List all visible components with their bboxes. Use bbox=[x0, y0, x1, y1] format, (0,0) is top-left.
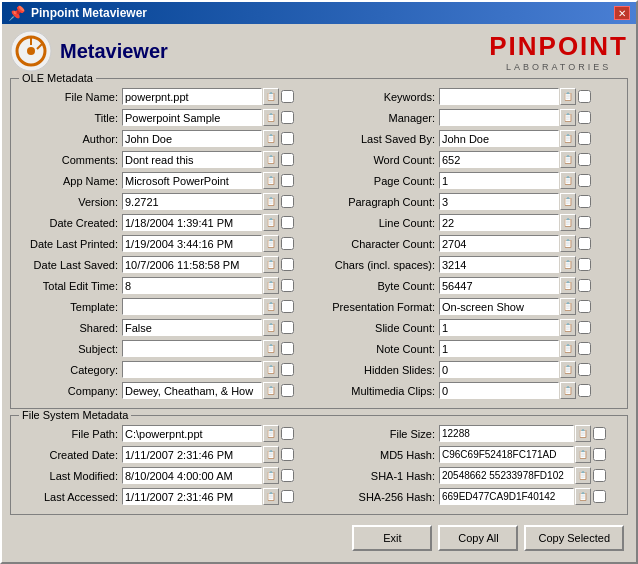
field-copy-icon[interactable]: 📋 bbox=[575, 488, 591, 505]
field-input[interactable] bbox=[439, 340, 559, 357]
field-checkbox[interactable] bbox=[281, 132, 294, 145]
field-copy-icon[interactable]: 📋 bbox=[263, 214, 279, 231]
field-copy-icon[interactable]: 📋 bbox=[560, 235, 576, 252]
field-copy-icon[interactable]: 📋 bbox=[560, 193, 576, 210]
field-input[interactable] bbox=[122, 88, 262, 105]
field-copy-icon[interactable]: 📋 bbox=[263, 340, 279, 357]
field-input[interactable] bbox=[122, 256, 262, 273]
field-input[interactable] bbox=[122, 151, 262, 168]
field-checkbox[interactable] bbox=[578, 300, 591, 313]
field-checkbox[interactable] bbox=[281, 448, 294, 461]
field-checkbox[interactable] bbox=[578, 321, 591, 334]
field-checkbox[interactable] bbox=[281, 258, 294, 271]
field-copy-icon[interactable]: 📋 bbox=[263, 488, 279, 505]
field-input[interactable] bbox=[439, 467, 574, 484]
field-copy-icon[interactable]: 📋 bbox=[560, 256, 576, 273]
field-checkbox[interactable] bbox=[281, 216, 294, 229]
field-checkbox[interactable] bbox=[281, 363, 294, 376]
field-checkbox[interactable] bbox=[578, 216, 591, 229]
field-input[interactable] bbox=[122, 361, 262, 378]
field-checkbox[interactable] bbox=[281, 342, 294, 355]
field-input[interactable] bbox=[439, 193, 559, 210]
field-input[interactable] bbox=[439, 214, 559, 231]
field-input[interactable] bbox=[439, 488, 574, 505]
field-checkbox[interactable] bbox=[578, 384, 591, 397]
field-input[interactable] bbox=[439, 298, 559, 315]
field-copy-icon[interactable]: 📋 bbox=[263, 298, 279, 315]
field-input[interactable] bbox=[122, 425, 262, 442]
field-checkbox[interactable] bbox=[281, 111, 294, 124]
field-copy-icon[interactable]: 📋 bbox=[263, 130, 279, 147]
field-checkbox[interactable] bbox=[281, 427, 294, 440]
field-input[interactable] bbox=[122, 382, 262, 399]
field-checkbox[interactable] bbox=[578, 195, 591, 208]
field-input[interactable] bbox=[122, 109, 262, 126]
field-checkbox[interactable] bbox=[578, 258, 591, 271]
field-checkbox[interactable] bbox=[281, 469, 294, 482]
field-checkbox[interactable] bbox=[281, 490, 294, 503]
field-checkbox[interactable] bbox=[578, 363, 591, 376]
field-input[interactable] bbox=[439, 109, 559, 126]
field-input[interactable] bbox=[439, 151, 559, 168]
field-checkbox[interactable] bbox=[281, 153, 294, 166]
field-checkbox[interactable] bbox=[593, 427, 606, 440]
field-checkbox[interactable] bbox=[281, 174, 294, 187]
field-copy-icon[interactable]: 📋 bbox=[560, 109, 576, 126]
exit-button[interactable]: Exit bbox=[352, 525, 432, 551]
field-checkbox[interactable] bbox=[281, 90, 294, 103]
field-checkbox[interactable] bbox=[281, 237, 294, 250]
field-checkbox[interactable] bbox=[578, 132, 591, 145]
field-input[interactable] bbox=[439, 88, 559, 105]
copy-all-button[interactable]: Copy All bbox=[438, 525, 518, 551]
field-input[interactable] bbox=[122, 446, 262, 463]
field-input[interactable] bbox=[439, 319, 559, 336]
field-copy-icon[interactable]: 📋 bbox=[575, 467, 591, 484]
field-copy-icon[interactable]: 📋 bbox=[263, 193, 279, 210]
field-input[interactable] bbox=[439, 235, 559, 252]
field-copy-icon[interactable]: 📋 bbox=[560, 151, 576, 168]
field-input[interactable] bbox=[122, 172, 262, 189]
field-copy-icon[interactable]: 📋 bbox=[575, 446, 591, 463]
field-copy-icon[interactable]: 📋 bbox=[263, 319, 279, 336]
field-checkbox[interactable] bbox=[578, 279, 591, 292]
field-input[interactable] bbox=[122, 235, 262, 252]
field-input[interactable] bbox=[439, 382, 559, 399]
field-input[interactable] bbox=[439, 361, 559, 378]
field-input[interactable] bbox=[122, 193, 262, 210]
field-copy-icon[interactable]: 📋 bbox=[560, 361, 576, 378]
field-copy-icon[interactable]: 📋 bbox=[263, 256, 279, 273]
field-input[interactable] bbox=[439, 446, 574, 463]
field-input[interactable] bbox=[122, 214, 262, 231]
field-input[interactable] bbox=[439, 172, 559, 189]
field-checkbox[interactable] bbox=[281, 279, 294, 292]
field-input[interactable] bbox=[439, 256, 559, 273]
field-copy-icon[interactable]: 📋 bbox=[263, 277, 279, 294]
field-checkbox[interactable] bbox=[593, 469, 606, 482]
field-copy-icon[interactable]: 📋 bbox=[263, 172, 279, 189]
field-checkbox[interactable] bbox=[593, 490, 606, 503]
field-copy-icon[interactable]: 📋 bbox=[560, 172, 576, 189]
field-copy-icon[interactable]: 📋 bbox=[263, 235, 279, 252]
field-copy-icon[interactable]: 📋 bbox=[263, 88, 279, 105]
field-input[interactable] bbox=[439, 277, 559, 294]
field-checkbox[interactable] bbox=[578, 237, 591, 250]
field-copy-icon[interactable]: 📋 bbox=[560, 214, 576, 231]
field-input[interactable] bbox=[439, 425, 574, 442]
field-input[interactable] bbox=[122, 298, 262, 315]
field-input[interactable] bbox=[122, 467, 262, 484]
close-button[interactable]: ✕ bbox=[614, 6, 630, 20]
field-checkbox[interactable] bbox=[281, 300, 294, 313]
field-copy-icon[interactable]: 📋 bbox=[263, 361, 279, 378]
field-copy-icon[interactable]: 📋 bbox=[560, 277, 576, 294]
field-copy-icon[interactable]: 📋 bbox=[263, 109, 279, 126]
field-copy-icon[interactable]: 📋 bbox=[263, 467, 279, 484]
field-checkbox[interactable] bbox=[593, 448, 606, 461]
field-input[interactable] bbox=[122, 319, 262, 336]
field-copy-icon[interactable]: 📋 bbox=[263, 382, 279, 399]
field-checkbox[interactable] bbox=[281, 321, 294, 334]
field-checkbox[interactable] bbox=[578, 174, 591, 187]
field-copy-icon[interactable]: 📋 bbox=[560, 340, 576, 357]
field-copy-icon[interactable]: 📋 bbox=[575, 425, 591, 442]
field-input[interactable] bbox=[122, 277, 262, 294]
field-copy-icon[interactable]: 📋 bbox=[560, 130, 576, 147]
